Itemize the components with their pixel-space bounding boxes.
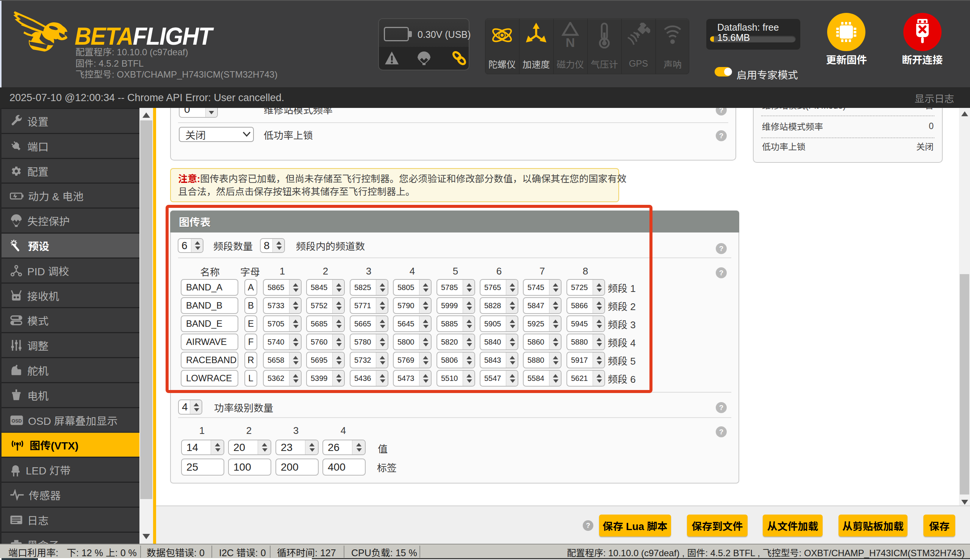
svg-text:N: N: [566, 35, 575, 48]
svg-text:OSD: OSD: [12, 418, 22, 424]
